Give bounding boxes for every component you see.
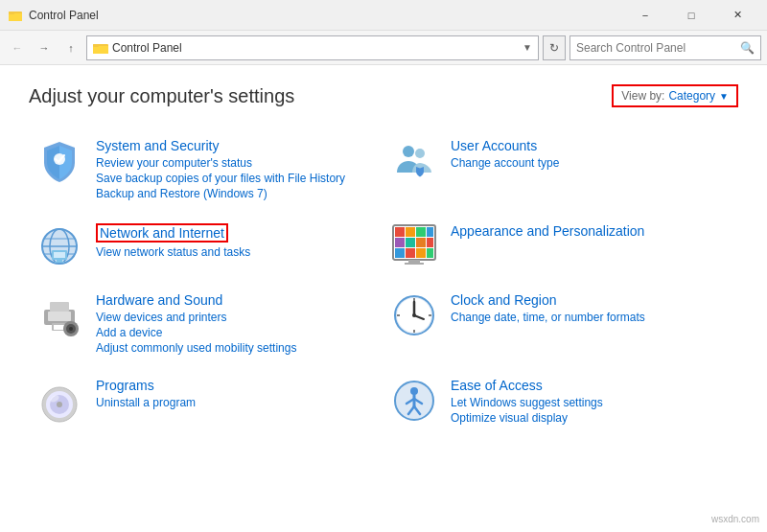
- titlebar-icon: [8, 8, 23, 23]
- minimize-button[interactable]: −: [623, 0, 667, 31]
- maximize-button[interactable]: □: [669, 0, 713, 31]
- category-clock: Clock and Region Change date, time, or n…: [384, 281, 738, 366]
- svg-rect-1: [9, 12, 14, 14]
- network-link-1[interactable]: View network status and tasks: [96, 245, 376, 259]
- svg-point-6: [415, 149, 425, 158]
- svg-rect-19: [416, 227, 426, 237]
- category-users: User Accounts Change account type: [384, 127, 738, 212]
- ease-link-1[interactable]: Let Windows suggest settings: [451, 396, 731, 409]
- page-title: Adjust your computer's settings: [29, 85, 294, 107]
- svg-rect-30: [408, 260, 420, 263]
- system-icon: [36, 138, 82, 184]
- category-programs: Programs Uninstall a program: [29, 366, 384, 436]
- view-by-arrow-icon: ▼: [719, 91, 729, 102]
- clock-link-1[interactable]: Change date, time, or number formats: [451, 311, 731, 324]
- programs-title[interactable]: Programs: [96, 378, 376, 393]
- system-link-1[interactable]: Review your computer's status: [96, 156, 376, 170]
- clock-icon: [391, 292, 437, 338]
- svg-rect-31: [405, 263, 424, 265]
- svg-rect-18: [406, 227, 415, 237]
- svg-rect-33: [48, 312, 71, 321]
- title-bar: Control Panel − □ ✕: [0, 0, 767, 31]
- programs-content: Programs Uninstall a program: [96, 378, 376, 409]
- svg-rect-20: [427, 227, 433, 237]
- svg-rect-26: [406, 248, 415, 258]
- title-bar-left: Control Panel: [8, 8, 99, 23]
- svg-rect-16: [55, 262, 64, 263]
- address-chevron: ▼: [523, 42, 532, 53]
- hardware-link-1[interactable]: View devices and printers: [96, 311, 376, 324]
- back-button[interactable]: ←: [6, 36, 29, 59]
- hardware-content: Hardware and Sound View devices and prin…: [96, 292, 376, 355]
- clock-content: Clock and Region Change date, time, or n…: [451, 292, 731, 324]
- ease-title[interactable]: Ease of Access: [451, 378, 731, 393]
- svg-rect-14: [54, 252, 65, 258]
- programs-link-1[interactable]: Uninstall a program: [96, 396, 376, 409]
- network-links: View network status and tasks: [96, 245, 376, 259]
- view-by-dropdown[interactable]: View by: Category ▼: [612, 84, 738, 107]
- programs-icon: [36, 378, 82, 424]
- folder-icon: [93, 41, 108, 55]
- category-appearance: Appearance and Personalization: [384, 212, 738, 281]
- close-button[interactable]: ✕: [715, 0, 759, 31]
- search-icon[interactable]: 🔍: [740, 41, 755, 55]
- title-bar-text: Control Panel: [29, 9, 99, 22]
- system-title[interactable]: System and Security: [96, 138, 376, 153]
- up-button[interactable]: ↑: [59, 36, 82, 59]
- main-content: Adjust your computer's settings View by:…: [0, 65, 767, 532]
- search-field[interactable]: 🔍: [569, 35, 761, 60]
- address-text: Control Panel: [112, 41, 182, 55]
- forward-button[interactable]: →: [33, 36, 56, 59]
- svg-rect-25: [395, 248, 405, 258]
- header-row: Adjust your computer's settings View by:…: [29, 84, 738, 107]
- users-content: User Accounts Change account type: [451, 138, 731, 170]
- category-network: Network and Internet View network status…: [29, 212, 384, 281]
- appearance-content: Appearance and Personalization: [451, 223, 731, 242]
- hardware-link-2[interactable]: Add a device: [96, 326, 376, 339]
- hardware-links: View devices and printers Add a device A…: [96, 311, 376, 355]
- svg-rect-24: [427, 238, 433, 247]
- system-link-2[interactable]: Save backup copies of your files with Fi…: [96, 172, 376, 185]
- svg-rect-17: [395, 227, 405, 237]
- hardware-title[interactable]: Hardware and Sound: [96, 292, 376, 308]
- users-link-1[interactable]: Change account type: [451, 156, 731, 170]
- category-system: System and Security Review your computer…: [29, 127, 384, 212]
- network-content: Network and Internet View network status…: [96, 223, 376, 259]
- svg-point-5: [403, 146, 414, 157]
- svg-point-44: [412, 313, 416, 317]
- svg-rect-27: [416, 248, 426, 258]
- ease-link-2[interactable]: Optimize visual display: [451, 411, 731, 425]
- system-link-3[interactable]: Backup and Restore (Windows 7): [96, 187, 376, 200]
- ease-content: Ease of Access Let Windows suggest setti…: [451, 378, 731, 425]
- svg-point-39: [69, 327, 73, 331]
- programs-links: Uninstall a program: [96, 396, 376, 409]
- clock-links: Change date, time, or number formats: [451, 311, 731, 324]
- categories-grid: System and Security Review your computer…: [29, 127, 738, 436]
- hardware-link-3[interactable]: Adjust commonly used mobility settings: [96, 341, 376, 355]
- system-content: System and Security Review your computer…: [96, 138, 376, 200]
- network-title[interactable]: Network and Internet: [96, 223, 228, 243]
- view-by-value: Category: [668, 89, 715, 103]
- svg-rect-21: [395, 238, 405, 247]
- svg-rect-22: [406, 238, 415, 247]
- svg-rect-34: [50, 302, 69, 312]
- watermark: wsxdn.com: [711, 514, 759, 524]
- ease-links: Let Windows suggest settings Optimize vi…: [451, 396, 731, 425]
- address-field[interactable]: Control Panel ▼: [86, 35, 539, 60]
- users-links: Change account type: [451, 156, 731, 170]
- users-title[interactable]: User Accounts: [451, 138, 731, 153]
- refresh-button[interactable]: ↻: [543, 35, 566, 60]
- svg-point-52: [57, 402, 62, 407]
- appearance-icon: [391, 223, 437, 269]
- users-icon: [391, 138, 437, 184]
- clock-title[interactable]: Clock and Region: [451, 292, 731, 308]
- category-hardware: Hardware and Sound View devices and prin…: [29, 281, 384, 366]
- svg-rect-3: [93, 44, 99, 47]
- system-links: Review your computer's status Save backu…: [96, 156, 376, 200]
- view-by-label: View by:: [621, 89, 664, 103]
- appearance-title[interactable]: Appearance and Personalization: [451, 223, 731, 239]
- svg-rect-23: [416, 238, 426, 247]
- svg-rect-28: [427, 248, 433, 258]
- ease-icon: [391, 378, 437, 424]
- search-input[interactable]: [576, 41, 736, 55]
